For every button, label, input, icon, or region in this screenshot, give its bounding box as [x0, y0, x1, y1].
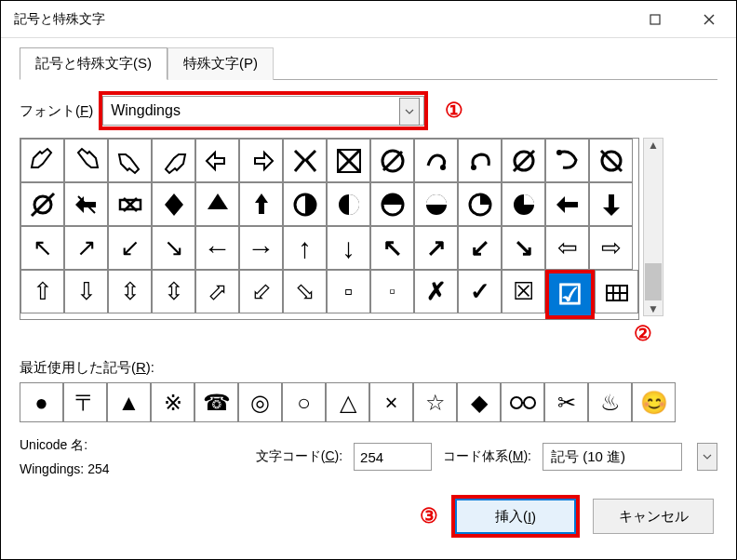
tab-symbols[interactable]: 記号と特殊文字(S): [20, 47, 168, 80]
close-button[interactable]: [682, 1, 736, 38]
grid-cell[interactable]: ↑: [283, 226, 327, 270]
grid-cell[interactable]: ⇧: [20, 270, 64, 313]
grid-cell[interactable]: [195, 139, 239, 182]
grid-cell[interactable]: ⇩: [64, 270, 108, 313]
grid-cell[interactable]: ↗: [414, 226, 458, 270]
svg-point-9: [471, 165, 476, 170]
grid-cell[interactable]: ↗: [64, 226, 108, 270]
annotation-3-box: 挿入(I): [451, 495, 580, 538]
selected-symbol-cell[interactable]: ☑: [549, 273, 591, 315]
grid-cell[interactable]: ←: [195, 226, 239, 270]
char-code-input[interactable]: 254: [354, 443, 432, 471]
grid-cell[interactable]: [589, 182, 633, 226]
font-select[interactable]: Wingdings: [102, 96, 424, 126]
grid-cell[interactable]: [108, 182, 152, 226]
grid-cell[interactable]: ⇳: [152, 270, 195, 313]
recent-cell[interactable]: [501, 382, 544, 422]
recent-cell[interactable]: ○: [282, 382, 326, 422]
unicode-name-label: Unicode 名:: [20, 437, 110, 454]
grid-cell[interactable]: [20, 139, 64, 182]
grid-cell[interactable]: [327, 139, 370, 182]
grid-cell[interactable]: ☒: [502, 270, 545, 313]
grid-cell[interactable]: [239, 182, 283, 226]
grid-cell[interactable]: ↘: [152, 226, 195, 270]
recent-cell[interactable]: ✂: [544, 382, 588, 422]
symbol-grid[interactable]: ↖ ↗ ↙ ↘ ← → ↑ ↓ ↖ ↗ ↙ ↘ ⇦ ⇨ ⇧ ⇩ ⇳ ⇳: [20, 138, 639, 320]
grid-cell[interactable]: [414, 139, 458, 182]
scroll-down-icon[interactable]: ▼: [648, 302, 659, 315]
grid-cell[interactable]: ↓: [327, 226, 370, 270]
grid-cell[interactable]: [152, 139, 195, 182]
recent-cell[interactable]: △: [326, 382, 369, 422]
grid-cell[interactable]: ✓: [458, 270, 502, 313]
grid-cell[interactable]: ⬂: [283, 270, 327, 313]
grid-cell[interactable]: [458, 139, 502, 182]
recent-cell[interactable]: ●: [20, 382, 63, 422]
grid-cell[interactable]: ↖: [370, 226, 414, 270]
grid-cell[interactable]: [414, 182, 458, 226]
svg-point-12: [556, 150, 562, 155]
grid-cell[interactable]: [589, 139, 633, 182]
grid-cell[interactable]: [239, 139, 283, 182]
cancel-button[interactable]: キャンセル: [593, 499, 714, 534]
grid-cell[interactable]: [545, 139, 589, 182]
recent-cell[interactable]: ×: [369, 382, 413, 422]
recent-cell[interactable]: 〒: [63, 382, 107, 422]
grid-cell[interactable]: ✗: [414, 270, 458, 313]
grid-cell[interactable]: [195, 182, 239, 226]
recent-cell[interactable]: ◆: [457, 382, 501, 422]
chevron-down-icon[interactable]: [399, 98, 420, 126]
grid-cell[interactable]: ↖: [20, 226, 64, 270]
window-controls: [628, 1, 736, 38]
grid-cell[interactable]: ⇦: [545, 226, 589, 270]
grid-cell[interactable]: [370, 182, 414, 226]
scroll-thumb[interactable]: [645, 263, 662, 300]
scroll-up-icon[interactable]: ▲: [648, 139, 659, 152]
annotation-2-box: ☑: [545, 270, 595, 319]
grid-cell[interactable]: ↙: [458, 226, 502, 270]
grid-cell[interactable]: ▫: [370, 270, 414, 313]
grid-cell[interactable]: [64, 139, 108, 182]
recent-cell[interactable]: ♨: [588, 382, 632, 422]
recent-cell[interactable]: ▲: [107, 382, 151, 422]
recent-symbols-row: ● 〒 ▲ ※ ☎ ◎ ○ △ × ☆ ◆ ✂ ♨ 😊: [20, 382, 717, 422]
insert-button[interactable]: 挿入(I): [455, 499, 576, 534]
grid-cell[interactable]: [595, 270, 638, 313]
tab-special-chars[interactable]: 特殊文字(P): [168, 47, 274, 80]
svg-rect-21: [259, 203, 264, 214]
grid-cell[interactable]: [327, 182, 370, 226]
recent-cell[interactable]: ☎: [194, 382, 238, 422]
grid-cell[interactable]: [545, 182, 589, 226]
grid-cell[interactable]: ⇨: [589, 226, 633, 270]
grid-cell[interactable]: ⬃: [239, 270, 283, 313]
grid-cell[interactable]: [458, 182, 502, 226]
grid-cell[interactable]: ⬀: [195, 270, 239, 313]
maximize-button[interactable]: [628, 1, 682, 38]
grid-cell[interactable]: [502, 139, 545, 182]
font-row: フォント(F) Wingdings ①: [20, 91, 717, 130]
grid-cell[interactable]: [283, 139, 327, 182]
recent-cell[interactable]: ◎: [238, 382, 282, 422]
grid-cell[interactable]: ⇳: [108, 270, 152, 313]
grid-cell[interactable]: ▫: [327, 270, 370, 313]
unicode-name-value: Wingdings: 254: [20, 461, 110, 476]
grid-cell[interactable]: [283, 182, 327, 226]
recent-cell[interactable]: ☆: [413, 382, 457, 422]
grid-cell[interactable]: ↘: [502, 226, 545, 270]
recent-cell[interactable]: 😊: [632, 382, 676, 422]
grid-cell[interactable]: [502, 182, 545, 226]
grid-cell[interactable]: [370, 139, 414, 182]
chevron-down-icon[interactable]: [697, 443, 717, 471]
grid-cell[interactable]: [20, 182, 64, 226]
grid-cell[interactable]: [152, 182, 195, 226]
svg-point-8: [440, 165, 446, 170]
code-system-select[interactable]: 記号 (10 進): [543, 443, 682, 471]
recent-cell[interactable]: ※: [151, 382, 194, 422]
grid-cell[interactable]: [108, 139, 152, 182]
grid-scrollbar[interactable]: ▲ ▼: [643, 138, 663, 316]
dialog-buttons: ③ 挿入(I) キャンセル: [1, 476, 736, 538]
font-label: フォント(F): [20, 102, 93, 120]
grid-cell[interactable]: ↙: [108, 226, 152, 270]
grid-cell[interactable]: [64, 182, 108, 226]
grid-cell[interactable]: →: [239, 226, 283, 270]
